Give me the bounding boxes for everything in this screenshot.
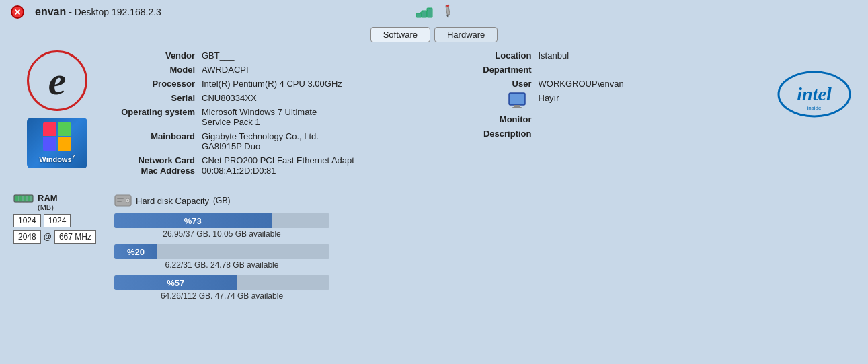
disk2-percent: %20 xyxy=(127,247,145,257)
os-label: Operating system xyxy=(108,107,202,117)
monitor-icon-label xyxy=(444,93,539,110)
hdd-section: Hard disk Capacity (GB) %73 26.95/37 GB.… xyxy=(114,193,855,306)
info-left: Vendor GBT___ Model AWRDACPI Processor I… xyxy=(108,50,431,180)
disk3-container: %57 64.26/112 GB. 47.74 GB available xyxy=(114,275,855,301)
location-row: Location Istanbul xyxy=(444,50,768,61)
disk2-label: 6.22/31 GB. 24.78 GB available xyxy=(114,260,329,270)
user-label: User xyxy=(444,79,539,89)
disk1-label: 26.95/37 GB. 10.05 GB available xyxy=(114,229,329,239)
win7-q3 xyxy=(43,137,56,151)
svg-text:inside: inside xyxy=(807,105,822,111)
bottom-section: RAM (MB) 1024 1024 2048 @ 667 MHz Hard d… xyxy=(0,186,868,313)
ram-slots: 1024 1024 xyxy=(13,214,101,227)
tab-hardware[interactable]: Hardware xyxy=(434,27,498,42)
svg-point-30 xyxy=(127,200,128,201)
top-icon-area xyxy=(415,4,454,22)
network-label: Network CardMac Address xyxy=(108,155,202,176)
ram-label: RAM xyxy=(38,193,58,203)
tab-software[interactable]: Software xyxy=(370,27,430,42)
svg-marker-6 xyxy=(446,15,449,20)
hdd-icon xyxy=(114,193,132,208)
hayir-row: Hayır xyxy=(444,93,768,110)
ram-speed: 667 MHz xyxy=(54,230,96,244)
main-content: e Windows7 Vendor GBT___ Model AWRDACPI xyxy=(0,50,868,180)
disk1-bar-bg: %73 xyxy=(114,213,329,228)
tab-bar: Software Hardware xyxy=(0,27,868,42)
e-logo: e xyxy=(27,50,87,111)
info-table: Vendor GBT___ Model AWRDACPI Processor I… xyxy=(108,50,767,180)
disk2-bar-bg: %20 xyxy=(114,244,329,259)
ip-info: - Desktop 192.168.2.3 xyxy=(66,7,161,17)
disk3-label: 64.26/112 GB. 47.74 GB available xyxy=(114,291,329,301)
user-row: User WORKGROUP\envan xyxy=(444,79,768,89)
hayir-value: Hayır xyxy=(539,93,559,103)
disk2-bar-fill: %20 xyxy=(114,244,157,259)
os-row: Operating system Microsoft Windows 7 Ult… xyxy=(108,107,431,127)
monitor-label: Monitor xyxy=(444,114,539,124)
intel-logo: intel inside xyxy=(777,71,851,118)
vendor-value: GBT___ xyxy=(202,50,234,61)
disk3-bar-fill: %57 xyxy=(114,275,237,290)
ram-chip-icon xyxy=(13,194,34,203)
network-value: CNet PRO200 PCI Fast Ethernet Adapt00:08… xyxy=(202,155,354,176)
network-row: Network CardMac Address CNet PRO200 PCI … xyxy=(108,155,431,176)
windows7-logo: Windows7 xyxy=(27,118,87,168)
ram-title-row: RAM xyxy=(13,193,101,203)
ram-at: @ xyxy=(44,232,52,242)
disk2-container: %20 6.22/31 GB. 24.78 GB available xyxy=(114,244,855,270)
processor-row: Processor Intel(R) Pentium(R) 4 CPU 3.00… xyxy=(108,79,431,89)
hdd-title: Hard disk Capacity xyxy=(136,196,209,206)
model-row: Model AWRDACPI xyxy=(108,65,431,75)
serial-label: Serial xyxy=(108,93,202,103)
svg-rect-11 xyxy=(512,107,522,108)
hdd-title-row: Hard disk Capacity (GB) xyxy=(114,193,855,208)
network-icon[interactable] xyxy=(415,4,434,22)
win7-q4 xyxy=(58,137,71,151)
svg-rect-0 xyxy=(416,13,422,17)
svg-rect-7 xyxy=(446,5,448,7)
ram-total: 2048 xyxy=(13,230,41,244)
monitor-icon xyxy=(508,92,526,110)
disk3-percent: %57 xyxy=(167,278,184,288)
ram-slot-2: 1024 xyxy=(44,214,71,227)
top-bar: envan - Desktop 192.168.2.3 xyxy=(0,0,868,24)
model-label: Model xyxy=(108,65,202,75)
location-value: Istanbul xyxy=(539,50,569,61)
department-row: Department xyxy=(444,65,768,75)
disk1-percent: %73 xyxy=(184,216,202,226)
mainboard-row: Mainboard Gigabyte Technology Co., Ltd.G… xyxy=(108,131,431,151)
mainboard-value: Gigabyte Technology Co., Ltd.GA8I915P Du… xyxy=(202,131,319,151)
hostname: envan xyxy=(35,6,66,17)
ram-total-row: 2048 @ 667 MHz xyxy=(13,230,101,244)
svg-rect-19 xyxy=(28,196,30,201)
close-button[interactable] xyxy=(11,5,24,19)
serial-row: Serial CNU80334XX xyxy=(108,93,431,103)
win7-q2 xyxy=(58,122,71,136)
hdd-unit: (GB) xyxy=(213,196,230,205)
svg-rect-31 xyxy=(117,198,124,199)
svg-rect-9 xyxy=(510,94,524,104)
user-value: WORKGROUP\envan xyxy=(539,79,624,89)
right-panel: intel inside xyxy=(774,50,855,180)
mainboard-label: Mainboard xyxy=(108,131,202,141)
svg-rect-17 xyxy=(19,196,22,201)
win7-q1 xyxy=(43,122,56,136)
disk3-bar-bg: %57 xyxy=(114,275,329,290)
window-title: envan - Desktop 192.168.2.3 xyxy=(35,6,161,18)
processor-value: Intel(R) Pentium(R) 4 CPU 3.00GHz xyxy=(202,79,342,89)
svg-rect-10 xyxy=(514,105,520,107)
os-value: Microsoft Windows 7 UltimateService Pack… xyxy=(202,107,317,127)
processor-label: Processor xyxy=(108,79,202,89)
monitor-row: Monitor xyxy=(444,114,768,124)
description-label: Description xyxy=(444,129,539,139)
model-value: AWRDACPI xyxy=(202,65,249,75)
ram-section: RAM (MB) 1024 1024 2048 @ 667 MHz xyxy=(13,193,101,306)
svg-rect-32 xyxy=(117,201,122,202)
svg-rect-16 xyxy=(15,196,18,201)
svg-rect-18 xyxy=(24,196,26,201)
vendor-row: Vendor GBT___ xyxy=(108,50,431,61)
disk1-bar-fill: %73 xyxy=(114,213,272,228)
pen-icon[interactable] xyxy=(442,4,454,22)
win7-flag xyxy=(43,122,71,151)
win7-label: Windows7 xyxy=(39,153,75,163)
